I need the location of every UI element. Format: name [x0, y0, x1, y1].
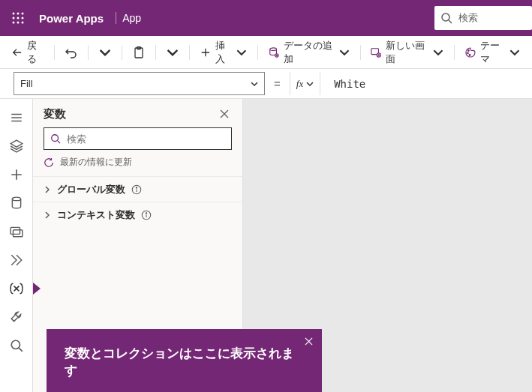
group-global-variables[interactable]: グローバル変数: [33, 176, 242, 202]
info-icon[interactable]: [131, 184, 142, 195]
tools-icon: [10, 310, 23, 324]
svg-point-18: [467, 52, 468, 54]
plus-icon: [10, 168, 23, 181]
theme-button[interactable]: テーマ: [459, 40, 526, 64]
hamburger-icon: [10, 111, 23, 124]
separator: [54, 45, 55, 60]
command-bar: 戻る 挿入 データの追加 新しい画面 テーマ: [0, 36, 532, 69]
rail-insert[interactable]: [0, 160, 33, 189]
rail-tree-view[interactable]: [0, 132, 33, 160]
back-button[interactable]: 戻る: [6, 40, 50, 64]
rail-hamburger[interactable]: [0, 103, 33, 132]
formula-bar: Fill = fx White: [0, 69, 532, 99]
variables-search-input[interactable]: [67, 133, 225, 145]
screen-plus-icon: [371, 46, 381, 58]
insert-button[interactable]: 挿入: [194, 40, 253, 64]
svg-point-1: [17, 13, 20, 15]
rail-search[interactable]: [0, 331, 33, 360]
svg-point-0: [13, 13, 15, 15]
clipboard-icon: [133, 46, 145, 58]
flow-icon: [10, 253, 23, 267]
callout-title: 変数とコレクションはここに表示されます: [65, 346, 304, 380]
svg-point-20: [12, 197, 20, 201]
paste-button[interactable]: [127, 40, 151, 64]
close-panel-button[interactable]: [217, 106, 232, 121]
svg-point-7: [17, 22, 20, 24]
svg-point-23: [11, 340, 20, 349]
add-data-button[interactable]: データの追加: [263, 40, 356, 64]
app-launcher-button[interactable]: [0, 0, 36, 36]
undo-dropdown[interactable]: [93, 40, 117, 64]
teaching-callout: 変数とコレクションはここに表示されます アプリの編集中に変数とコレクションを使用…: [47, 329, 322, 392]
property-name: Fill: [20, 78, 33, 89]
property-selector[interactable]: Fill: [14, 72, 265, 95]
svg-rect-21: [11, 227, 20, 234]
theme-label: テーマ: [480, 39, 506, 66]
group-label: グローバル変数: [57, 183, 125, 196]
formula-input[interactable]: White: [326, 72, 518, 95]
app-name: App: [122, 12, 141, 24]
rail-data[interactable]: [0, 189, 33, 217]
svg-line-24: [19, 348, 23, 352]
divider: [116, 12, 116, 24]
svg-rect-22: [13, 230, 22, 237]
add-data-label: データの追加: [284, 39, 335, 66]
svg-point-17: [467, 49, 469, 51]
callout-pointer: [33, 283, 41, 295]
undo-button[interactable]: [59, 40, 83, 64]
close-icon: [305, 337, 313, 346]
svg-point-2: [22, 13, 24, 15]
rail-power-automate[interactable]: [0, 246, 33, 274]
group-label: コンテキスト変数: [57, 208, 135, 222]
rail-variables[interactable]: [0, 274, 33, 303]
chevron-down-icon: [509, 46, 520, 58]
svg-line-26: [58, 141, 61, 144]
separator: [155, 45, 156, 60]
database-icon: [10, 196, 23, 210]
chevron-right-icon: [44, 211, 51, 219]
layers-icon: [10, 139, 23, 153]
rail-advanced-tools[interactable]: [0, 303, 33, 331]
svg-point-9: [442, 13, 449, 21]
group-context-variables[interactable]: コンテキスト変数: [33, 202, 242, 227]
global-search-placeholder: 検索: [458, 11, 478, 25]
variable-icon: [10, 282, 23, 295]
svg-point-25: [52, 135, 59, 142]
database-icon: [269, 46, 279, 58]
separator: [360, 45, 361, 60]
variables-search[interactable]: [44, 127, 232, 150]
chevron-down-icon: [99, 46, 111, 58]
separator: [257, 45, 258, 60]
search-icon: [50, 133, 61, 144]
info-icon[interactable]: [141, 210, 152, 220]
undo-icon: [65, 46, 77, 58]
chevron-right-icon: [44, 186, 51, 193]
refresh-label: 最新の情報に更新: [60, 156, 132, 169]
back-label: 戻る: [27, 39, 44, 66]
back-arrow-icon: [12, 46, 23, 58]
chevron-down-icon: [167, 46, 179, 58]
chevron-down-icon: [251, 80, 258, 88]
search-icon: [440, 12, 452, 24]
search-icon: [10, 339, 23, 352]
refresh-icon: [44, 157, 54, 168]
refresh-button[interactable]: 最新の情報に更新: [33, 156, 242, 176]
chevron-down-icon: [306, 80, 314, 88]
product-name: Power Apps: [36, 12, 110, 25]
fx-label: fx: [296, 78, 303, 90]
top-bar: Power Apps App 検索: [0, 0, 532, 36]
new-screen-button[interactable]: 新しい画面: [365, 40, 449, 64]
paste-dropdown[interactable]: [161, 40, 185, 64]
separator: [122, 45, 122, 60]
rail-media[interactable]: [0, 217, 33, 246]
svg-point-3: [13, 17, 15, 19]
new-screen-label: 新しい画面: [386, 39, 428, 66]
chevron-down-icon: [433, 46, 443, 58]
svg-point-19: [469, 54, 470, 55]
global-search[interactable]: 検索: [434, 6, 532, 30]
svg-point-5: [22, 17, 24, 19]
fx-button[interactable]: fx: [290, 72, 320, 95]
svg-point-6: [13, 22, 15, 24]
callout-close-button[interactable]: [301, 334, 316, 349]
separator: [88, 45, 89, 60]
